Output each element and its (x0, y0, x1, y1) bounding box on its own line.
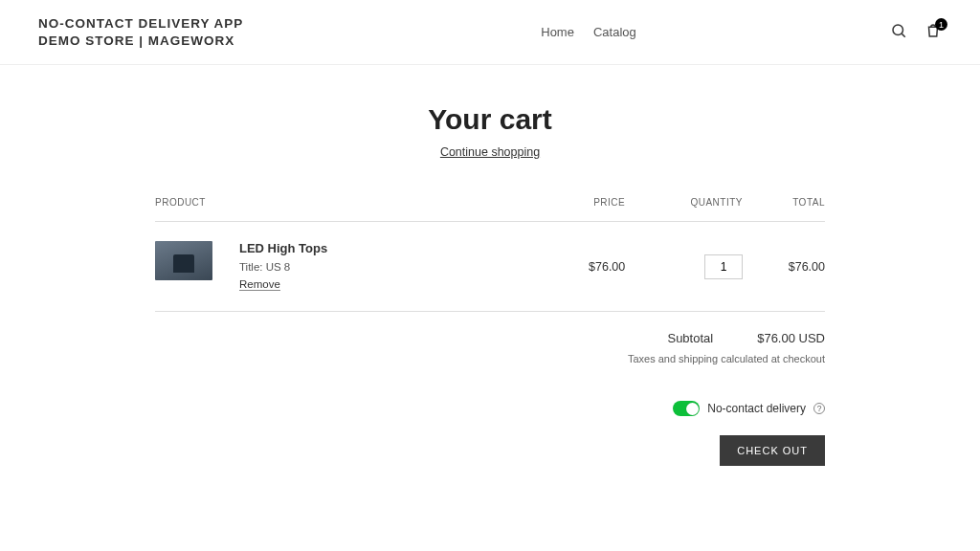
search-button[interactable] (890, 22, 907, 42)
product-thumbnail (155, 241, 212, 280)
quantity-input[interactable] (704, 254, 743, 279)
col-total: TOTAL (743, 197, 825, 222)
nav-catalog[interactable]: Catalog (593, 25, 636, 39)
brand-title: NO-CONTACT DELIVERY APP DEMO STORE | MAG… (38, 15, 287, 49)
no-contact-label: No-contact delivery (707, 402, 806, 415)
cart-count-badge: 1 (935, 18, 947, 31)
remove-button[interactable]: Remove (239, 278, 280, 291)
product-name: LED High Tops (239, 241, 327, 255)
header-actions: 1 (890, 22, 942, 42)
tax-shipping-note: Taxes and shipping calculated at checkou… (155, 353, 825, 364)
info-icon[interactable]: ? (813, 403, 825, 414)
svg-line-1 (902, 33, 904, 36)
main-nav: Home Catalog (541, 25, 636, 39)
no-contact-delivery-row: No-contact delivery ? (155, 401, 825, 416)
col-product: PRODUCT (155, 197, 543, 222)
search-icon (890, 28, 907, 42)
cart-button[interactable]: 1 (924, 22, 942, 42)
line-total: $76.00 (743, 222, 825, 312)
subtotal-value: $76.00 USD (757, 331, 825, 345)
cart-table: PRODUCT PRICE QUANTITY TOTAL LED High To… (155, 197, 825, 312)
table-row: LED High Tops Title: US 8 Remove $76.00 … (155, 222, 825, 312)
col-price: PRICE (543, 197, 625, 222)
cart-page: Your cart Continue shopping PRODUCT PRIC… (155, 65, 825, 523)
product-variant: Title: US 8 (239, 261, 327, 273)
product-cell: LED High Tops Title: US 8 Remove (155, 241, 543, 292)
continue-shopping-link[interactable]: Continue shopping (155, 145, 825, 159)
no-contact-toggle[interactable] (673, 401, 700, 416)
svg-point-0 (893, 25, 903, 35)
site-header: NO-CONTACT DELIVERY APP DEMO STORE | MAG… (0, 0, 980, 65)
page-title: Your cart (155, 103, 825, 136)
checkout-button[interactable]: CHECK OUT (720, 435, 825, 466)
unit-price: $76.00 (543, 222, 625, 312)
col-quantity: QUANTITY (625, 197, 743, 222)
nav-home[interactable]: Home (541, 25, 574, 39)
subtotal-label: Subtotal (667, 331, 713, 345)
cart-summary: Subtotal $76.00 USD Taxes and shipping c… (155, 331, 825, 364)
